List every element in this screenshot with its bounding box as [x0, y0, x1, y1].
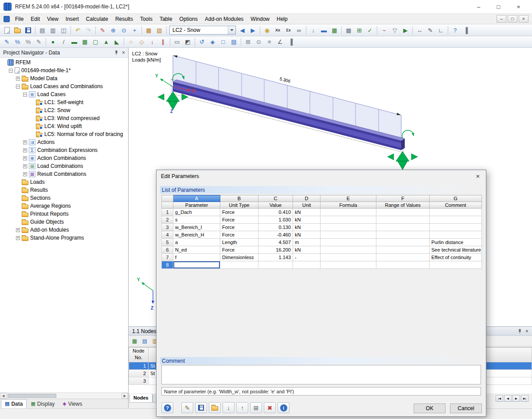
- measure-angle-icon[interactable]: ∠: [275, 37, 285, 47]
- new-nodal-support-icon[interactable]: ▲: [101, 37, 111, 47]
- cell-parameter[interactable]: N_ed: [173, 246, 220, 254]
- tree-item-action-combinations[interactable]: +⊕Action Combinations: [0, 154, 128, 162]
- cell-unit-type[interactable]: [220, 261, 258, 269]
- cell-value[interactable]: 16.200: [258, 246, 293, 254]
- result-scales-icon[interactable]: %: [23, 37, 33, 47]
- export-parameters-icon[interactable]: ↑: [236, 402, 248, 413]
- new-member-hinge-icon[interactable]: ○: [126, 37, 136, 47]
- navigator-tab-data[interactable]: ▤Data: [1, 399, 27, 408]
- scroll-right-icon[interactable]: ▶: [121, 393, 128, 399]
- cell-unit-type[interactable]: Force: [220, 216, 258, 224]
- zoom-dynamic-icon[interactable]: ⊙: [119, 25, 129, 35]
- cell-unit[interactable]: m: [293, 239, 321, 246]
- help-icon[interactable]: ?: [161, 402, 173, 413]
- tree-item-lc4-wind-uplift[interactable]: LC4: Wind uplift: [0, 122, 128, 130]
- load-case-combobox[interactable]: LC2 - Snow: [169, 26, 236, 35]
- previous-record-button[interactable]: ◀: [504, 395, 512, 402]
- print-preview-icon[interactable]: ▥: [48, 25, 58, 35]
- row-number-cell[interactable]: 8: [162, 261, 173, 269]
- cell-parameter[interactable]: w_Bereich_I: [173, 224, 220, 231]
- new-member-icon[interactable]: ▬: [69, 37, 79, 47]
- chevron-down-icon[interactable]: [228, 26, 235, 34]
- cell-formula[interactable]: [321, 216, 376, 224]
- select-special-icon[interactable]: ◩: [183, 37, 193, 47]
- cell-parameter[interactable]: g_Dach: [173, 209, 220, 216]
- column-header-range-of-values[interactable]: Range of Values: [376, 202, 430, 209]
- tree-item-add-on-modules[interactable]: +Add-on Modules: [0, 226, 128, 234]
- parameters-table[interactable]: ABCDEFGParameterUnit TypeValueUnitFormul…: [161, 195, 482, 269]
- cell-unit-type[interactable]: Force: [220, 246, 258, 254]
- copy-graphic-icon[interactable]: ◫: [59, 25, 69, 35]
- filter-objects-icon[interactable]: ▽: [390, 25, 400, 35]
- navigator-close-icon[interactable]: ×: [122, 50, 125, 55]
- column-letter-g[interactable]: G: [430, 195, 482, 202]
- toggle-guidelines-icon[interactable]: ≡: [264, 37, 274, 47]
- cell-parameter[interactable]: w_Bereich_H: [173, 231, 220, 239]
- tree-item-printout-reports[interactable]: Printout Reports: [0, 210, 128, 218]
- mdi-minimize-button[interactable]: –: [497, 15, 506, 23]
- new-line-support-icon[interactable]: ◣: [112, 37, 122, 47]
- isometric-view-icon[interactable]: ◈: [207, 37, 218, 47]
- edit-model-icon[interactable]: ✎: [98, 25, 108, 35]
- open-model-icon[interactable]: [12, 25, 23, 35]
- cell-value[interactable]: -0.460: [258, 231, 293, 239]
- menu-item-window[interactable]: Window: [247, 15, 273, 23]
- new-member-load-icon[interactable]: ▬: [319, 25, 329, 35]
- column-header-formula[interactable]: Formula: [321, 202, 376, 209]
- row-number-cell[interactable]: 4: [162, 231, 173, 239]
- cell-comment[interactable]: [430, 261, 482, 269]
- tree-item-load-cases[interactable]: −≣Load Cases: [0, 90, 128, 98]
- cell-range-of-values[interactable]: [376, 209, 430, 216]
- cell-value[interactable]: [258, 261, 293, 269]
- next-load-case-icon[interactable]: ▶: [248, 25, 258, 35]
- new-surface-icon[interactable]: ▦: [80, 37, 90, 47]
- tree-item-guide-objects[interactable]: Guide Objects: [0, 218, 128, 226]
- measure-icon[interactable]: ↔: [415, 25, 425, 35]
- column-letter-f[interactable]: F: [376, 195, 430, 202]
- pan-view-icon[interactable]: +: [129, 25, 140, 35]
- panel-toggle-icon[interactable]: ▐: [461, 25, 471, 35]
- help-icon[interactable]: ?: [450, 25, 460, 35]
- tree-item-lc3-wind-compressed[interactable]: LC3: Wind compressed: [0, 114, 128, 122]
- cell-comment[interactable]: Purlin distance: [430, 239, 482, 246]
- zoom-previous-icon[interactable]: ↺: [197, 37, 207, 47]
- new-node-icon[interactable]: ●: [48, 37, 58, 47]
- node-row-number[interactable]: 3: [129, 377, 149, 385]
- comment-textarea[interactable]: [161, 365, 481, 384]
- units-settings-icon[interactable]: ⊞: [250, 402, 262, 413]
- delete-all-parameters-icon[interactable]: ✖: [264, 402, 276, 413]
- row-number-cell[interactable]: 2: [162, 216, 173, 224]
- show-tables-icon[interactable]: ▦: [144, 25, 154, 35]
- new-opening-icon[interactable]: ▢: [90, 37, 101, 47]
- menu-item-view[interactable]: View: [43, 15, 62, 23]
- tree-item-lc1-self-weight[interactable]: LC1: Self-weight: [0, 98, 128, 106]
- cell-comment[interactable]: Effect of continuity: [430, 254, 482, 261]
- scrollbar-thumb[interactable]: [8, 394, 56, 398]
- display-factors-icon[interactable]: %: [12, 37, 23, 47]
- result-diagrams-icon[interactable]: ~: [379, 25, 389, 35]
- cell-comment[interactable]: See technical literature: [430, 246, 482, 254]
- show-load-values-icon[interactable]: Xx: [273, 25, 283, 35]
- cell-value[interactable]: 4.507: [258, 239, 293, 246]
- cell-unit-type[interactable]: Force: [220, 209, 258, 216]
- column-header-unit-type[interactable]: Unit Type: [220, 202, 258, 209]
- menu-item-options[interactable]: Options: [176, 15, 201, 23]
- table-panel-close-icon[interactable]: ×: [525, 329, 528, 334]
- undo-icon[interactable]: ↶: [73, 25, 83, 35]
- tree-expander-expand-icon[interactable]: +: [16, 236, 20, 240]
- tree-item-rfem[interactable]: RFEM: [0, 58, 128, 66]
- cell-comment[interactable]: [430, 224, 482, 231]
- print-icon[interactable]: ▤: [37, 25, 47, 35]
- cell-formula[interactable]: [321, 246, 376, 254]
- cell-unit-type[interactable]: Force: [220, 224, 258, 231]
- cell-range-of-values[interactable]: [376, 231, 430, 239]
- tree-item-stand-alone-programs[interactable]: +Stand-Alone Programs: [0, 234, 128, 242]
- scroll-left-icon[interactable]: ◀: [0, 393, 7, 399]
- cell-formula[interactable]: [321, 231, 376, 239]
- tree-expander-expand-icon[interactable]: +: [23, 148, 27, 152]
- open-parameters-icon[interactable]: [209, 402, 221, 413]
- previous-load-case-icon[interactable]: ◀: [237, 25, 247, 35]
- tree-item-001649-model-file-1[interactable]: −001649-model-file-1*: [0, 66, 128, 74]
- menu-item-add-on-modules[interactable]: Add-on Modules: [201, 15, 247, 23]
- cell-value[interactable]: 1.143: [258, 254, 293, 261]
